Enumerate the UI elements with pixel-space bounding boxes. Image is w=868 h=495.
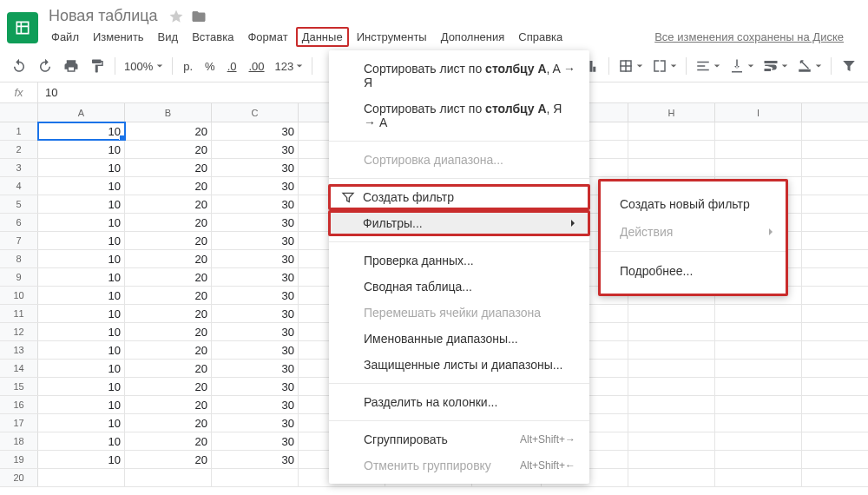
cell[interactable]: 10 (38, 396, 125, 413)
cell[interactable] (715, 323, 802, 340)
cell[interactable]: 20 (125, 250, 212, 267)
cell[interactable]: 30 (212, 305, 299, 322)
cell[interactable] (628, 414, 715, 432)
cell[interactable]: 20 (125, 323, 212, 340)
cell[interactable]: 10 (38, 451, 125, 468)
cell[interactable]: 10 (38, 378, 125, 395)
row-header[interactable]: 10 (0, 287, 38, 304)
row-header[interactable]: 3 (0, 159, 38, 176)
redo-button[interactable] (33, 54, 57, 78)
cell[interactable]: 20 (125, 396, 212, 413)
cell[interactable] (628, 122, 715, 140)
cell[interactable] (628, 378, 715, 395)
cell[interactable]: 20 (125, 141, 212, 158)
cell[interactable]: 10 (38, 141, 125, 158)
currency-button[interactable]: р. (178, 60, 198, 73)
menu-sort-asc[interactable]: Сортировать лист по столбцу A, A → Я (329, 56, 589, 96)
menu-file[interactable]: Файл (45, 27, 85, 47)
cell[interactable]: 30 (212, 232, 299, 249)
number-format-button[interactable]: 123 (272, 60, 307, 73)
row-header[interactable]: 7 (0, 232, 38, 249)
cell[interactable] (715, 469, 802, 486)
cell[interactable]: 20 (125, 341, 212, 359)
cell[interactable]: 10 (38, 341, 125, 359)
select-all-corner[interactable] (0, 103, 38, 122)
cell[interactable]: 30 (212, 159, 299, 176)
cell[interactable] (715, 451, 802, 468)
cell[interactable]: 20 (125, 378, 212, 395)
save-status-link[interactable]: Все изменения сохранены на Диске (654, 27, 844, 47)
cell[interactable]: 20 (125, 305, 212, 322)
cell[interactable]: 20 (125, 287, 212, 304)
wrap-button[interactable] (760, 58, 792, 74)
cell[interactable]: 30 (212, 451, 299, 468)
cell[interactable] (715, 159, 802, 176)
cell[interactable]: 20 (125, 432, 212, 450)
cell[interactable] (628, 159, 715, 176)
cell[interactable]: 20 (125, 195, 212, 213)
star-icon[interactable] (168, 9, 184, 24)
row-header[interactable]: 20 (0, 469, 38, 486)
cell[interactable]: 10 (38, 177, 125, 195)
valign-button[interactable] (726, 58, 758, 74)
undo-button[interactable] (7, 54, 31, 78)
row-header[interactable]: 15 (0, 378, 38, 395)
menu-help[interactable]: Справка (512, 27, 569, 47)
row-header[interactable]: 2 (0, 141, 38, 158)
cell[interactable] (628, 360, 715, 377)
cell[interactable]: 30 (212, 122, 299, 140)
row-header[interactable]: 9 (0, 268, 38, 286)
cell[interactable] (628, 305, 715, 322)
menu-data-validation[interactable]: Проверка данных... (329, 248, 589, 274)
menu-filters[interactable]: Фильтры... (328, 210, 590, 236)
submenu-learn-more[interactable]: Подробнее... (601, 257, 786, 285)
cell[interactable]: 30 (212, 250, 299, 267)
cell[interactable]: 10 (38, 195, 125, 213)
cell[interactable]: 20 (125, 360, 212, 377)
row-header[interactable]: 5 (0, 195, 38, 213)
cell[interactable] (628, 341, 715, 359)
cell[interactable]: 10 (38, 360, 125, 377)
menu-create-filter[interactable]: Создать фильтр (328, 184, 590, 210)
cell[interactable]: 20 (125, 414, 212, 432)
percent-button[interactable]: % (200, 60, 220, 73)
menu-format[interactable]: Формат (241, 27, 293, 47)
cell[interactable]: 20 (125, 214, 212, 231)
row-header[interactable]: 4 (0, 177, 38, 195)
zoom-select[interactable]: 100% (121, 60, 167, 73)
menu-edit[interactable]: Изменить (87, 27, 150, 47)
cell[interactable]: 20 (125, 232, 212, 249)
cell[interactable]: 10 (38, 287, 125, 304)
row-header[interactable]: 6 (0, 214, 38, 231)
menu-data[interactable]: Данные (296, 27, 349, 47)
cell[interactable] (715, 360, 802, 377)
row-header[interactable]: 14 (0, 360, 38, 377)
cell[interactable] (38, 469, 125, 486)
print-button[interactable] (59, 54, 83, 78)
row-header[interactable]: 16 (0, 396, 38, 413)
cell[interactable] (212, 469, 299, 486)
sheets-logo[interactable] (7, 12, 38, 43)
row-header[interactable]: 12 (0, 323, 38, 340)
halign-button[interactable] (692, 58, 724, 74)
cell[interactable]: 20 (125, 451, 212, 468)
filter-button[interactable] (837, 54, 861, 78)
increase-decimal-button[interactable]: .00 (244, 60, 270, 73)
cell[interactable] (715, 432, 802, 450)
menu-pivot[interactable]: Сводная таблица... (329, 274, 589, 300)
paint-format-button[interactable] (85, 54, 109, 78)
cell[interactable]: 30 (212, 396, 299, 413)
column-header[interactable]: I (715, 103, 802, 122)
cell[interactable]: 30 (212, 360, 299, 377)
menu-addons[interactable]: Дополнения (435, 27, 511, 47)
menu-sort-desc[interactable]: Сортировать лист по столбцу A, Я → A (329, 96, 589, 135)
rotate-button[interactable] (793, 58, 825, 74)
cell[interactable]: 10 (38, 323, 125, 340)
cell[interactable]: 30 (212, 341, 299, 359)
cell[interactable]: 30 (212, 268, 299, 286)
cell[interactable] (715, 305, 802, 322)
menu-insert[interactable]: Вставка (186, 27, 240, 47)
menu-view[interactable]: Вид (152, 27, 185, 47)
cell[interactable] (715, 341, 802, 359)
row-header[interactable]: 17 (0, 414, 38, 432)
